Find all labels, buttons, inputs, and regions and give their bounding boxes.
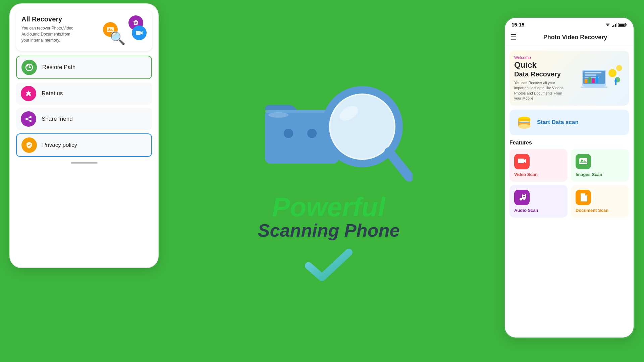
svg-rect-51 xyxy=(579,158,587,164)
share-friend-icon xyxy=(21,111,36,127)
svg-point-19 xyxy=(330,95,394,159)
restore-path-label: Restore Path xyxy=(42,64,75,71)
phone-header: ☰ Photo Video Recovery xyxy=(505,30,634,46)
svg-rect-24 xyxy=(613,25,614,27)
svg-rect-38 xyxy=(596,76,598,83)
svg-line-21 xyxy=(389,152,409,177)
video-icon xyxy=(132,25,147,40)
svg-rect-58 xyxy=(582,198,585,199)
svg-point-10 xyxy=(30,120,32,122)
document-scan-card[interactable]: Document Scan xyxy=(571,185,629,218)
svg-rect-25 xyxy=(615,24,616,27)
video-scan-label: Video Scan xyxy=(514,172,538,177)
status-bar: 15:15 xyxy=(505,18,634,30)
svg-rect-37 xyxy=(592,78,595,83)
rate-us-icon xyxy=(21,86,36,101)
video-scan-card[interactable]: Video Scan xyxy=(509,149,568,182)
phone-body: Welcome QuickData Recovery You can Recov… xyxy=(505,46,634,222)
svg-rect-29 xyxy=(626,24,627,25)
svg-line-11 xyxy=(28,118,30,119)
svg-line-12 xyxy=(28,120,30,121)
svg-point-7 xyxy=(29,94,31,96)
svg-rect-43 xyxy=(615,80,616,85)
audio-scan-card[interactable]: Audio Scan xyxy=(509,185,568,218)
svg-rect-4 xyxy=(136,31,141,35)
svg-point-17 xyxy=(268,112,288,118)
svg-point-15 xyxy=(284,129,293,138)
svg-point-53 xyxy=(520,198,522,200)
search-icon: 🔍 xyxy=(110,31,125,46)
svg-point-54 xyxy=(523,197,526,200)
images-scan-icon xyxy=(576,154,591,169)
hero-illustration xyxy=(245,76,413,190)
welcome-description: You can Recover all your important lost … xyxy=(514,80,568,101)
features-grid: Video Scan Images Scan xyxy=(509,149,629,218)
video-scan-icon xyxy=(514,154,530,169)
share-friend-item[interactable]: Share friend xyxy=(16,108,152,130)
rate-us-item[interactable]: Ratet us xyxy=(16,82,152,105)
images-scan-label: Images Scan xyxy=(576,172,602,177)
phone-title: Photo Video Recovery xyxy=(522,34,628,41)
welcome-label: Welcome xyxy=(514,55,568,60)
share-friend-label: Share friend xyxy=(42,116,73,122)
restore-path-item[interactable]: Restore Path xyxy=(16,56,152,79)
svg-point-48 xyxy=(518,124,530,129)
restore-path-icon xyxy=(21,60,37,75)
svg-rect-55 xyxy=(522,194,523,199)
svg-rect-2 xyxy=(135,22,137,23)
document-scan-icon xyxy=(576,190,591,205)
svg-rect-36 xyxy=(588,77,591,83)
svg-rect-3 xyxy=(135,23,137,24)
svg-rect-32 xyxy=(585,72,601,73)
right-phone: 15:15 ☰ Photo Video xyxy=(504,17,635,339)
svg-point-8 xyxy=(25,118,28,120)
start-scan-label: Start Data scan xyxy=(537,119,579,126)
audio-scan-label: Audio Scan xyxy=(514,208,538,213)
privacy-policy-icon xyxy=(21,137,37,153)
hamburger-menu-icon[interactable]: ☰ xyxy=(510,33,517,42)
features-title: Features xyxy=(509,140,629,146)
status-icons xyxy=(605,22,627,27)
phone-bottom-indicator xyxy=(71,162,98,164)
welcome-illustration xyxy=(581,63,624,93)
svg-rect-33 xyxy=(585,74,596,76)
center-section: Powerful Scanning Phone xyxy=(158,0,500,362)
scan-database-icon xyxy=(516,114,532,130)
start-scan-button[interactable]: Start Data scan xyxy=(509,110,629,135)
rate-us-label: Ratet us xyxy=(42,90,63,97)
svg-rect-28 xyxy=(619,24,625,26)
quick-title: QuickData Recovery xyxy=(514,61,568,78)
privacy-policy-label: Privacy policy xyxy=(42,142,77,148)
svg-point-9 xyxy=(30,116,32,118)
svg-rect-26 xyxy=(616,23,618,27)
privacy-policy-item[interactable]: Privacy policy xyxy=(16,133,152,157)
images-scan-card[interactable]: Images Scan xyxy=(571,149,629,182)
recovery-icons: 🔍 xyxy=(103,15,147,46)
svg-rect-39 xyxy=(581,86,607,88)
all-recovery-description: You can recover Photo,Video,Audio,and Do… xyxy=(21,25,74,43)
svg-point-41 xyxy=(616,65,622,71)
svg-rect-23 xyxy=(612,26,613,27)
left-phone: All Recovery You can recover Photo,Video… xyxy=(9,3,159,268)
svg-point-40 xyxy=(608,69,616,77)
document-scan-label: Document Scan xyxy=(576,208,608,213)
svg-rect-35 xyxy=(585,79,587,83)
status-time: 15:15 xyxy=(512,22,524,27)
all-recovery-title: All Recovery xyxy=(21,15,74,23)
hero-text: Powerful Scanning Phone xyxy=(258,194,399,240)
powerful-label: Powerful xyxy=(258,194,399,221)
welcome-card: Welcome QuickData Recovery You can Recov… xyxy=(509,51,629,106)
svg-rect-56 xyxy=(525,194,526,198)
all-recovery-card: All Recovery You can recover Photo,Video… xyxy=(16,10,152,51)
checkmark-icon xyxy=(304,247,354,286)
audio-scan-icon xyxy=(514,190,530,205)
svg-rect-59 xyxy=(582,199,585,200)
scanning-label: Scanning Phone xyxy=(258,221,399,240)
svg-rect-50 xyxy=(518,159,524,163)
svg-point-16 xyxy=(307,129,317,138)
svg-rect-57 xyxy=(582,197,586,197)
svg-point-6 xyxy=(26,94,28,96)
